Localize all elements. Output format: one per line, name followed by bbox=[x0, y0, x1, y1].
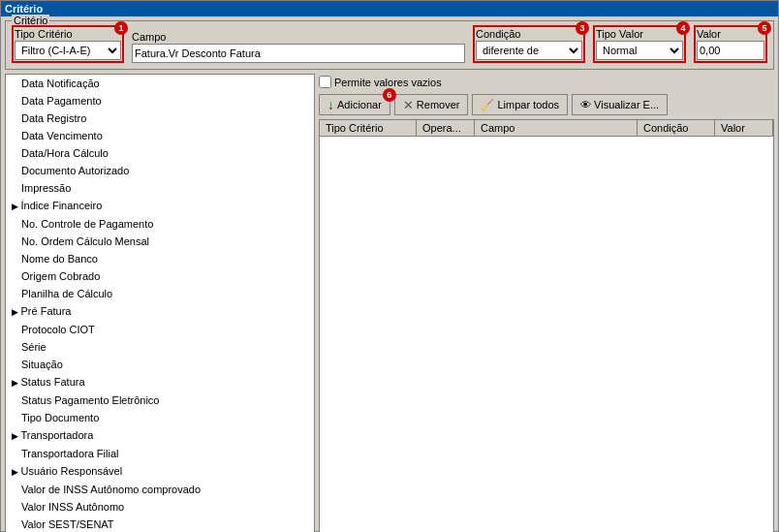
adicionar-label: Adicionar bbox=[337, 99, 382, 110]
table-header: Tipo Critério Opera... Campo Condição Va… bbox=[320, 120, 773, 137]
col-valor: Valor bbox=[715, 120, 773, 136]
list-item[interactable]: Pré Fatura bbox=[6, 302, 314, 321]
visualizar-label: Visualizar E... bbox=[594, 99, 659, 110]
list-item[interactable]: Tipo Documento bbox=[6, 409, 314, 426]
buttons-row: 6 ↓ Adicionar ✕ Remover 🧹 Limpa bbox=[319, 94, 774, 115]
list-item[interactable]: Nome do Banco bbox=[6, 250, 314, 267]
col-opera: Opera... bbox=[417, 120, 475, 136]
badge-3: 3 bbox=[576, 21, 589, 35]
right-panel: Permite valores vazios 6 ↓ Adicionar bbox=[319, 74, 774, 532]
x-icon: ✕ bbox=[403, 98, 414, 112]
badge-5: 5 bbox=[758, 21, 771, 35]
permits-checkbox[interactable] bbox=[319, 76, 331, 88]
condicao-select[interactable]: diferente de igual a maior que menor que bbox=[476, 41, 582, 60]
col-tipo-criterio: Tipo Critério bbox=[320, 120, 417, 136]
condicao-group: Condição diferente de igual a maior que … bbox=[476, 28, 582, 60]
limpar-todos-button[interactable]: 🧹 Limpar todos bbox=[472, 94, 568, 115]
valor-label: Valor bbox=[697, 28, 764, 40]
criteria-table: Tipo Critério Opera... Campo Condição Va… bbox=[319, 119, 774, 532]
badge-6: 6 bbox=[383, 88, 396, 102]
valor-wrapper: 5 Valor 0,00 bbox=[694, 25, 767, 63]
condicao-label: Condição bbox=[476, 28, 582, 40]
visualizar-button[interactable]: 👁 Visualizar E... bbox=[572, 94, 668, 115]
tipo-valor-group: Tipo Valor Normal Campo Parâmetro bbox=[596, 28, 683, 60]
body-area: Data NotificaçãoData PagamentoData Regis… bbox=[5, 74, 774, 532]
adicionar-wrapper: 6 ↓ Adicionar bbox=[319, 94, 390, 115]
list-item[interactable]: Data Notificação bbox=[6, 75, 314, 92]
tipo-valor-select[interactable]: Normal Campo Parâmetro bbox=[596, 41, 683, 60]
arrow-down-icon: ↓ bbox=[327, 97, 334, 112]
tipo-valor-label: Tipo Valor bbox=[596, 28, 683, 40]
list-item[interactable]: Valor INSS Autônomo bbox=[6, 498, 314, 516]
list-item[interactable]: Transportadora Filial bbox=[6, 445, 314, 462]
criteria-row: 1 Tipo Critério Filtro (C-I-A-E) Campo F… bbox=[12, 25, 767, 63]
window-title: Critério bbox=[5, 3, 43, 15]
adicionar-button[interactable]: ↓ Adicionar bbox=[319, 94, 390, 115]
field-list: Data NotificaçãoData PagamentoData Regis… bbox=[5, 74, 315, 532]
list-item[interactable]: Data Registro bbox=[6, 110, 314, 127]
badge-1: 1 bbox=[114, 21, 128, 35]
tipo-criterio-group: Tipo Critério Filtro (C-I-A-E) bbox=[15, 28, 121, 60]
list-item[interactable]: Valor de INSS Autônomo comprovado bbox=[6, 481, 314, 498]
valor-input[interactable]: 0,00 bbox=[697, 41, 764, 60]
list-item[interactable]: Situação bbox=[6, 356, 314, 373]
tipo-criterio-label: Tipo Critério bbox=[15, 28, 121, 40]
tipo-valor-wrapper: 4 Tipo Valor Normal Campo Parâmetro bbox=[593, 25, 686, 63]
limpar-todos-label: Limpar todos bbox=[497, 99, 559, 110]
title-bar: Critério bbox=[1, 1, 778, 16]
remover-button[interactable]: ✕ Remover bbox=[394, 94, 469, 115]
list-item[interactable]: Status Pagamento Eletrônico bbox=[6, 391, 314, 409]
main-window: Critério Critério 1 Tipo Critério Filtro… bbox=[0, 0, 779, 532]
list-item[interactable]: Impressão bbox=[6, 179, 314, 197]
list-item[interactable]: Usuário Responsável bbox=[6, 462, 314, 481]
list-item[interactable]: Status Fatura bbox=[6, 373, 314, 391]
list-item[interactable]: Data/Hora Cálculo bbox=[6, 144, 314, 162]
list-item[interactable]: Data Pagamento bbox=[6, 92, 314, 110]
badge-4: 4 bbox=[676, 21, 690, 35]
list-item[interactable]: Valor SEST/SENAT bbox=[6, 516, 314, 532]
criteria-section: Critério 1 Tipo Critério Filtro (C-I-A-E… bbox=[5, 20, 774, 70]
list-item[interactable]: Transportadora bbox=[6, 426, 314, 445]
remover-label: Remover bbox=[417, 99, 460, 110]
tipo-criterio-wrapper: 1 Tipo Critério Filtro (C-I-A-E) bbox=[12, 25, 124, 63]
list-item[interactable]: Série bbox=[6, 338, 314, 356]
col-condicao: Condição bbox=[638, 120, 715, 136]
campo-input[interactable]: Fatura.Vr Desconto Fatura bbox=[132, 44, 465, 63]
campo-group: Campo Fatura.Vr Desconto Fatura bbox=[132, 31, 465, 63]
permits-label: Permite valores vazios bbox=[334, 77, 442, 88]
tipo-criterio-select[interactable]: Filtro (C-I-A-E) bbox=[15, 41, 121, 60]
eye-icon: 👁 bbox=[580, 99, 591, 110]
list-item[interactable]: Documento Autorizado bbox=[6, 162, 314, 179]
list-item[interactable]: Índice Financeiro bbox=[6, 197, 314, 215]
list-item[interactable]: Origem Cobrado bbox=[6, 267, 314, 285]
condicao-wrapper: 3 Condição diferente de igual a maior qu… bbox=[473, 25, 585, 63]
list-item[interactable]: Planilha de Cálculo bbox=[6, 285, 314, 302]
list-item[interactable]: Protocolo CIOT bbox=[6, 321, 314, 338]
col-campo: Campo bbox=[475, 120, 638, 136]
campo-label: Campo bbox=[132, 31, 465, 43]
broom-icon: 🧹 bbox=[481, 99, 494, 111]
list-item[interactable]: No. Ordem Cálculo Mensal bbox=[6, 233, 314, 250]
valor-group: Valor 0,00 bbox=[697, 28, 764, 60]
list-item[interactable]: No. Controle de Pagamento bbox=[6, 215, 314, 233]
list-item[interactable]: Data Vencimento bbox=[6, 127, 314, 144]
permits-checkbox-group: Permite valores vazios bbox=[319, 76, 442, 88]
